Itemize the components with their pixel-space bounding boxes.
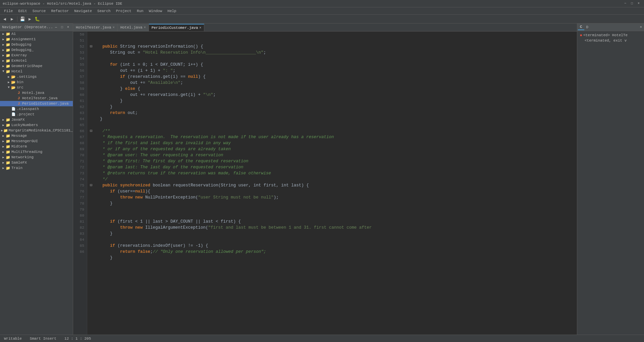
tree-item-A1[interactable]: ▶📁A1 <box>0 31 73 37</box>
tree-item-MargaritaMedinskaia-CPSC1181-[interactable]: ▶📁MargaritaMedinskaia_CPSC1181_ <box>0 128 73 133</box>
tree-item-Networking[interactable]: ▶📁Networking <box>0 155 73 160</box>
tree-item-ExArray[interactable]: ▶📁ExArray <box>0 53 73 58</box>
tree-icon-project: 📁 <box>5 32 11 36</box>
tab-close-icon[interactable]: × <box>199 26 201 30</box>
menu-item-project[interactable]: Project <box>113 8 134 14</box>
right-tab-d[interactable]: D <box>584 24 591 30</box>
status-writable: Writable <box>3 337 23 341</box>
tree-item-bin[interactable]: ▶📂bin <box>0 79 73 85</box>
terminated-label-2: <terminated, exit v <box>585 39 627 43</box>
tree-item-Train[interactable]: ▶📁Train <box>0 165 73 171</box>
tree-item--classpath[interactable]: 📄.classpath <box>0 106 73 112</box>
menu-item-navigate[interactable]: Navigate <box>71 8 95 14</box>
line-number: 53 <box>74 50 84 56</box>
tab-close-icon[interactable]: × <box>144 26 146 30</box>
menu-item-search[interactable]: Search <box>95 8 113 14</box>
tree-icon-file: 📄 <box>11 107 16 111</box>
toolbar-back[interactable]: ◀ <box>1 16 8 22</box>
tree-arrow: ▶ <box>1 150 5 154</box>
tab-close-icon[interactable]: × <box>113 26 115 30</box>
code-line: return false;// "Only one reservation al… <box>90 249 574 255</box>
line-number: 57 <box>74 74 84 80</box>
menu-item-source[interactable]: Source <box>30 8 49 14</box>
tree-item-HotelTester-java[interactable]: JHotelTester.java <box>0 96 73 101</box>
tab-HotelTester-java[interactable]: HotelTester.java× <box>73 24 118 31</box>
navigator-minimize-btn[interactable]: — <box>53 24 59 30</box>
tree-label: bin <box>17 80 23 84</box>
minimize-button[interactable]: − <box>623 1 628 6</box>
code-content[interactable]: ⊟ public String reservationInformation()… <box>87 32 577 335</box>
menu-item-edit[interactable]: Edit <box>15 8 30 14</box>
code-line <box>90 207 574 213</box>
line-number: 80 <box>74 213 84 219</box>
code-line: * @return returns true if the reservatio… <box>90 170 574 176</box>
tree-item-Debugging-[interactable]: ▶📁Debugging_ <box>0 47 73 53</box>
menu-item-window[interactable]: Window <box>146 8 165 14</box>
tree-item-JavaFX[interactable]: ▶📁JavaFX <box>0 117 73 122</box>
tree-item-GeometricShape[interactable]: ▶📁GeometricShape <box>0 63 73 69</box>
toolbar-run[interactable]: ▶ <box>26 16 33 22</box>
tree-label: .settings <box>17 75 37 79</box>
menu-item-file[interactable]: File <box>1 8 15 14</box>
right-tab-c[interactable]: C <box>578 24 584 30</box>
tree-label: Hotel.java <box>22 91 44 95</box>
navigator-close-btn[interactable]: × <box>65 24 71 30</box>
menu-item-refactor[interactable]: Refactor <box>48 8 71 14</box>
tab-Hotel-java[interactable]: Hotel.java× <box>118 24 149 31</box>
window-controls: − □ × <box>623 1 641 6</box>
toolbar-forward[interactable]: ▶ <box>9 16 15 22</box>
tree-label: Debugging_ <box>11 48 34 52</box>
tree-item-Debugging[interactable]: ▶📁Debugging <box>0 42 73 47</box>
tree-item-SamleFX[interactable]: ▶📁SamleFX <box>0 160 73 165</box>
code-line: } <box>90 231 574 237</box>
tree-item-MessengerGUI[interactable]: ▶📁MessengerGUI <box>0 138 73 144</box>
code-line: out += (i + 1) + ": "; <box>90 68 574 74</box>
maximize-button[interactable]: □ <box>629 1 635 6</box>
menu-item-run[interactable]: Run <box>134 8 146 14</box>
tree-item--project[interactable]: 📄.project <box>0 112 73 117</box>
tree-arrow: ▶ <box>1 139 5 143</box>
tree-item-src[interactable]: ▼📂src <box>0 85 73 90</box>
fold-marker[interactable]: ⊟ <box>90 129 95 133</box>
tree-item-Hotel-java[interactable]: JHotel.java <box>0 90 73 96</box>
tree-item-ExHotel[interactable]: ▶📁ExHotel <box>0 58 73 63</box>
tree-item--settings[interactable]: ▶📂.settings <box>0 74 73 79</box>
navigator-header: Navigator (Deprecate... — □ × <box>0 23 73 31</box>
tree-arrow: ▶ <box>7 75 11 79</box>
tree-icon-project: 📁 <box>5 42 11 47</box>
tree-label: JavaFX <box>11 118 25 122</box>
toolbar-debug[interactable]: 🐛 <box>34 16 41 22</box>
line-number: 63 <box>74 110 84 116</box>
tree-item-Midterm[interactable]: ▶📁Midterm <box>0 144 73 149</box>
toolbar-save[interactable]: 💾 <box>19 16 26 22</box>
tab-label: HotelTester.java <box>76 25 111 30</box>
line-number: 62 <box>74 104 84 110</box>
tab-PeriodicCustomer-java[interactable]: PeriodicCustomer.java× <box>149 24 205 31</box>
tree-item-Assignment1[interactable]: ▶📁Assignment1 <box>0 37 73 42</box>
fold-marker[interactable]: ⊟ <box>90 183 95 188</box>
code-line <box>90 122 574 128</box>
status-position: 12 : 1 : 205 <box>63 337 92 341</box>
toolbar: ◀ ▶ 💾 ▶ 🐛 <box>0 15 644 23</box>
code-line: } <box>90 98 574 104</box>
tree-item-MultiThreading[interactable]: ▶📁MultiThreading <box>0 149 73 155</box>
tree-item-Message[interactable]: ▶📁Message <box>0 133 73 138</box>
menu-item-help[interactable]: Help <box>165 8 179 14</box>
fold-marker[interactable]: ⊟ <box>90 44 95 49</box>
right-panel-close[interactable]: × <box>638 25 643 29</box>
navigator-title: Navigator (Deprecate... <box>2 25 53 29</box>
tree-item-LuckyNumbers[interactable]: ▶📁LuckyNumbers <box>0 122 73 128</box>
tree-item-Hotel[interactable]: ▼📁Hotel <box>0 69 73 74</box>
code-editor[interactable]: 5051525354555657585960616263646566676869… <box>73 32 577 335</box>
tree-label: SamleFX <box>11 161 27 165</box>
line-number: 65 <box>74 122 84 128</box>
tree-label: MessengerGUI <box>11 139 38 143</box>
code-line: for (int i = 0; i < DAY_COUNT; i++) { <box>90 62 574 68</box>
navigator-maximize-btn[interactable]: □ <box>59 24 65 30</box>
navigator-tree[interactable]: ▶📁A1▶📁Assignment1▶📁Debugging▶📁Debugging_… <box>0 31 73 335</box>
tree-item-PeriodicCustomer-java[interactable]: JPeriodicCustomer.java <box>0 101 73 106</box>
line-number: 86 <box>74 249 84 255</box>
line-number: 68 <box>74 140 84 146</box>
tree-label: ExArray <box>11 53 27 57</box>
close-button[interactable]: × <box>636 1 641 6</box>
